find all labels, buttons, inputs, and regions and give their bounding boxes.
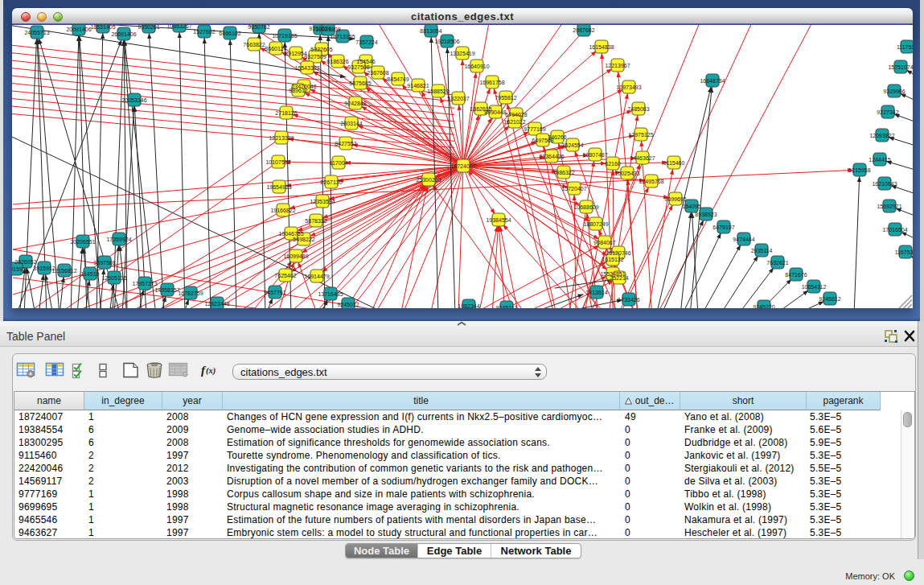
svg-text:8990448: 8990448 <box>484 109 506 115</box>
svg-text:989612: 989612 <box>289 88 307 93</box>
svg-text:6479197: 6479197 <box>713 225 734 230</box>
svg-text:7663822: 7663822 <box>243 42 265 47</box>
svg-text:9329966: 9329966 <box>883 89 905 94</box>
svg-text:18807249: 18807249 <box>583 221 608 227</box>
svg-text:9115460: 9115460 <box>663 160 685 166</box>
svg-text:12213389: 12213389 <box>269 135 294 141</box>
svg-text:5322605: 5322605 <box>310 47 332 52</box>
svg-text:9245113: 9245113 <box>496 305 518 309</box>
svg-text:18495768: 18495768 <box>639 179 663 184</box>
svg-text:19654923: 19654923 <box>266 184 291 190</box>
svg-text:12505135: 12505135 <box>101 275 126 281</box>
svg-text:18724007: 18724007 <box>450 163 475 169</box>
svg-text:12093822: 12093822 <box>869 133 894 138</box>
svg-text:10719185: 10719185 <box>272 33 297 39</box>
svg-text:5322037: 5322037 <box>447 96 469 101</box>
svg-text:17016504: 17016504 <box>882 227 907 233</box>
svg-text:9777169: 9777169 <box>524 126 545 132</box>
svg-text:12213967: 12213967 <box>605 63 630 68</box>
svg-text:16914479: 16914479 <box>304 274 329 279</box>
svg-text:6466102: 6466102 <box>219 31 240 36</box>
svg-text:1588520: 1588520 <box>427 89 449 94</box>
svg-text:9457791: 9457791 <box>264 290 285 295</box>
svg-text:10973493: 10973493 <box>616 84 641 90</box>
svg-text:7632621: 7632621 <box>766 260 788 266</box>
svg-text:7485063: 7485063 <box>627 106 649 112</box>
svg-text:9327509: 9327509 <box>304 54 326 60</box>
svg-text:9350762: 9350762 <box>248 25 269 30</box>
svg-text:8660124: 8660124 <box>265 46 286 51</box>
svg-text:5875685: 5875685 <box>349 80 371 86</box>
svg-text:16543382: 16543382 <box>294 65 319 71</box>
svg-text:9699695: 9699695 <box>664 196 686 202</box>
svg-text:9227342: 9227342 <box>877 109 898 115</box>
svg-text:15692971: 15692971 <box>877 204 901 209</box>
svg-text:14463627: 14463627 <box>630 155 655 161</box>
svg-text:9327508: 9327508 <box>347 64 369 70</box>
svg-text:25300203: 25300203 <box>416 177 441 183</box>
svg-text:16120746: 16120746 <box>606 250 630 256</box>
svg-text:10807487: 10807487 <box>582 152 607 158</box>
svg-text:3624554: 3624554 <box>561 142 583 148</box>
svg-text:8267130: 8267130 <box>320 179 342 185</box>
svg-text:62160: 62160 <box>605 161 621 167</box>
svg-text:9245220: 9245220 <box>753 304 774 309</box>
svg-text:24055713: 24055713 <box>24 30 49 35</box>
svg-text:7357224: 7357224 <box>355 39 377 45</box>
svg-text:15751074: 15751074 <box>888 64 913 70</box>
svg-text:16961758: 16961758 <box>479 80 504 85</box>
svg-text:5215958: 5215958 <box>848 167 870 173</box>
svg-text:7625402: 7625402 <box>274 273 296 278</box>
svg-text:114519: 114519 <box>81 271 100 277</box>
svg-text:8813054: 8813054 <box>420 28 441 34</box>
svg-text:9350261: 9350261 <box>138 25 159 30</box>
svg-text:9474444: 9474444 <box>733 237 754 242</box>
svg-text:17957273: 17957273 <box>132 281 157 286</box>
svg-text:746266: 746266 <box>548 134 566 140</box>
svg-text:20091406: 20091406 <box>66 27 91 32</box>
svg-text:16210643: 16210643 <box>872 181 897 187</box>
svg-text:154546: 154546 <box>356 59 375 64</box>
svg-text:10046755: 10046755 <box>278 231 303 237</box>
svg-text:1621022: 1621022 <box>503 119 525 125</box>
svg-text:8427552: 8427552 <box>335 141 356 146</box>
svg-text:16782759: 16782759 <box>178 290 203 296</box>
svg-text:10025433: 10025433 <box>614 171 639 176</box>
svg-text:1244415: 1244415 <box>869 157 890 163</box>
svg-text:391591: 391591 <box>12 266 26 272</box>
svg-text:10688609: 10688609 <box>573 204 598 210</box>
svg-text:9245612: 9245612 <box>819 296 840 302</box>
svg-text:16154838: 16154838 <box>589 44 614 50</box>
svg-text:10107552: 10107552 <box>265 159 290 165</box>
svg-text:12156812: 12156812 <box>51 268 76 274</box>
svg-text:1082344: 1082344 <box>458 303 479 309</box>
svg-text:1615132: 1615132 <box>602 257 623 262</box>
svg-text:13716485: 13716485 <box>318 291 343 297</box>
svg-text:5878332: 5878332 <box>305 218 326 224</box>
svg-text:6794028: 6794028 <box>505 112 527 117</box>
svg-text:12823448: 12823448 <box>204 301 229 307</box>
svg-text:7986322: 7986322 <box>552 170 574 175</box>
svg-text:8471676: 8471676 <box>785 272 807 278</box>
svg-text:19218506: 19218506 <box>434 39 459 44</box>
svg-text:2718126: 2718126 <box>275 110 297 116</box>
svg-text:16648784: 16648784 <box>700 78 725 84</box>
svg-text:20053346: 20053346 <box>121 97 146 103</box>
svg-text:2087682: 2087682 <box>573 27 594 33</box>
svg-text:1733426: 1733426 <box>618 297 639 303</box>
svg-text:19384554: 19384554 <box>486 217 511 223</box>
svg-text:1527602: 1527602 <box>193 29 215 35</box>
svg-text:8454749: 8454749 <box>387 76 409 82</box>
svg-text:(x): (x) <box>206 366 216 376</box>
svg-text:17359924: 17359924 <box>106 237 131 242</box>
svg-text:1413614: 1413614 <box>585 290 607 295</box>
svg-text:26691406: 26691406 <box>111 31 136 37</box>
svg-text:16640910: 16640910 <box>464 64 489 69</box>
svg-text:20206551: 20206551 <box>70 239 95 245</box>
svg-text:252214: 252214 <box>610 275 628 281</box>
svg-text:117004: 117004 <box>330 160 348 166</box>
svg-text:164095: 164095 <box>682 204 700 209</box>
svg-text:13325419: 13325419 <box>450 51 474 56</box>
svg-text:10033809: 10033809 <box>315 27 340 32</box>
svg-text:9242848: 9242848 <box>344 101 366 106</box>
